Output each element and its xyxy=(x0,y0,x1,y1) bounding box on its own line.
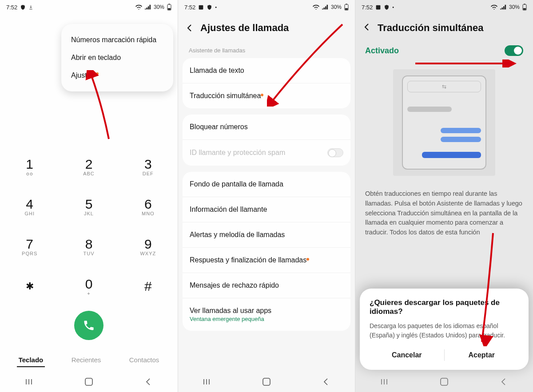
setting-call-background[interactable]: Fondo de pantalla de llamada xyxy=(183,172,350,197)
cancel-button[interactable]: Cancelar xyxy=(370,348,444,363)
nav-recents-button[interactable] xyxy=(203,377,212,387)
battery-percentage: 30% xyxy=(331,4,342,10)
section-label: Asistente de llamadas xyxy=(178,44,355,58)
gallery-icon xyxy=(198,4,204,10)
wifi-icon xyxy=(135,4,142,10)
svg-rect-2 xyxy=(168,8,171,10)
setting-live-translate[interactable]: Traducción simultánea xyxy=(183,83,350,108)
key-1[interactable]: 1ᴏᴏ xyxy=(0,147,59,186)
setting-text-call[interactable]: Llamada de texto xyxy=(183,58,350,83)
download-dialog: ¿Quieres descargar los paquetes de idiom… xyxy=(360,289,529,370)
key-7[interactable]: 7PQRS xyxy=(0,226,59,266)
key-2[interactable]: 2ABC xyxy=(59,147,118,186)
battery-percentage: 30% xyxy=(154,4,164,10)
more-icon: • xyxy=(392,4,394,10)
key-8[interactable]: 8TUV xyxy=(59,226,118,266)
feature-illustration: ⇆ xyxy=(393,69,495,176)
notification-dot-icon xyxy=(306,258,309,261)
nav-bar xyxy=(355,372,533,392)
dialog-title: ¿Quieres descargar los paquetes de idiom… xyxy=(370,298,519,316)
toggle-off-icon[interactable] xyxy=(327,148,343,157)
nav-back-button[interactable] xyxy=(143,377,153,387)
key-star[interactable]: ✱ xyxy=(0,266,59,306)
nav-bar xyxy=(178,372,355,392)
page-title: Traducción simultánea xyxy=(378,22,483,34)
page-header: Traducción simultánea xyxy=(355,14,533,44)
battery-icon xyxy=(522,4,527,11)
nav-home-button[interactable] xyxy=(262,377,271,387)
tab-recents[interactable]: Recientes xyxy=(70,353,103,367)
nav-home-button[interactable] xyxy=(439,377,449,387)
toggle-on-icon[interactable] xyxy=(505,45,523,56)
status-bar: 7:52 • 30% xyxy=(355,0,533,14)
call-button[interactable] xyxy=(74,311,103,340)
gallery-icon xyxy=(375,4,381,10)
setting-call-display-apps[interactable]: Ver llamadas al usar appsVentana emergen… xyxy=(183,298,350,331)
status-time: 7:52 xyxy=(362,4,373,11)
svg-rect-11 xyxy=(345,8,348,10)
tab-contacts[interactable]: Contactos xyxy=(127,353,161,367)
shield-icon xyxy=(384,4,390,10)
accept-button[interactable]: Aceptar xyxy=(445,348,519,363)
svg-rect-20 xyxy=(523,8,526,10)
notification-dot-icon xyxy=(96,72,99,75)
svg-rect-24 xyxy=(441,378,448,385)
nav-home-button[interactable] xyxy=(84,377,94,387)
setting-answer-end-calls[interactable]: Respuesta y finalización de llamadas xyxy=(183,247,350,273)
nav-back-button[interactable] xyxy=(498,377,508,387)
svg-rect-8 xyxy=(199,5,203,9)
setting-alerts-ringtone[interactable]: Alertas y melodía de llamadas xyxy=(183,222,350,247)
page-title: Ajustes de llamada xyxy=(200,22,289,34)
svg-rect-10 xyxy=(346,4,347,5)
back-icon[interactable] xyxy=(185,24,194,32)
battery-icon xyxy=(344,4,349,11)
bottom-tabs: Teclado Recientes Contactos xyxy=(0,353,178,367)
svg-rect-1 xyxy=(169,4,170,5)
more-icon: • xyxy=(215,4,217,10)
dialog-body: Descarga los paquetes de los idiomas esp… xyxy=(370,321,519,340)
back-icon[interactable] xyxy=(362,23,371,33)
shield-icon xyxy=(20,4,26,10)
status-bar: 7:52 30% xyxy=(0,0,178,14)
menu-item-settings[interactable]: Ajustes xyxy=(61,67,173,84)
setting-quick-decline[interactable]: Mensajes de rechazo rápido xyxy=(183,273,350,298)
nav-back-button[interactable] xyxy=(321,377,330,387)
key-hash[interactable]: # xyxy=(119,266,178,306)
nav-bar xyxy=(0,372,178,392)
key-0[interactable]: 0+ xyxy=(59,266,118,306)
nav-recents-button[interactable] xyxy=(25,377,35,387)
wifi-icon xyxy=(313,4,319,10)
signal-icon xyxy=(145,4,151,10)
wifi-icon xyxy=(491,4,497,10)
signal-icon xyxy=(322,4,328,10)
svg-rect-6 xyxy=(85,378,92,385)
key-4[interactable]: 4GHI xyxy=(0,186,59,226)
download-icon xyxy=(28,4,33,10)
activated-label: Activado xyxy=(365,46,399,55)
svg-rect-15 xyxy=(263,378,270,385)
nav-recents-button[interactable] xyxy=(380,377,390,387)
notification-dot-icon xyxy=(261,94,263,96)
dialpad: 1ᴏᴏ 2ABC 3DEF 4GHI 5JKL 6MNO 7PQRS 8TUV … xyxy=(0,147,178,306)
page-header: Ajustes de llamada xyxy=(178,14,355,44)
shield-icon xyxy=(207,4,212,10)
menu-item-open-keyboard[interactable]: Abrir en teclado xyxy=(61,49,173,67)
phone-icon xyxy=(83,319,95,332)
setting-caller-info[interactable]: Información del llamante xyxy=(183,197,350,222)
status-time: 7:52 xyxy=(6,4,17,11)
key-6[interactable]: 6MNO xyxy=(119,186,178,226)
key-3[interactable]: 3DEF xyxy=(119,147,178,186)
tab-keypad[interactable]: Teclado xyxy=(17,353,45,367)
key-5[interactable]: 5JKL xyxy=(59,186,118,226)
master-toggle-row[interactable]: Activado xyxy=(355,44,533,65)
setting-block-numbers[interactable]: Bloquear números xyxy=(183,115,350,139)
overflow-menu: Números marcación rápida Abrir en teclad… xyxy=(61,24,173,91)
status-bar: 7:52 • 30% xyxy=(178,0,355,14)
menu-item-speed-dial[interactable]: Números marcación rápida xyxy=(61,31,173,49)
battery-percentage: 30% xyxy=(509,4,520,10)
setting-caller-id-spam[interactable]: ID llamante y protección spam xyxy=(183,139,350,166)
key-9[interactable]: 9WXYZ xyxy=(119,226,178,266)
swap-icon: ⇆ xyxy=(407,81,481,92)
feature-description: Obtén traducciones en tiempo real durant… xyxy=(355,189,533,238)
svg-rect-19 xyxy=(524,4,525,5)
